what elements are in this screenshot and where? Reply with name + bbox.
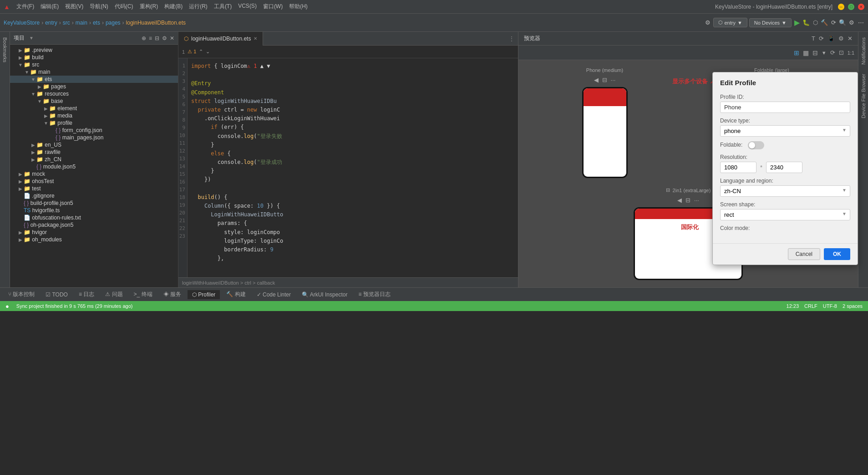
device-more-icon[interactable]: ··· [611, 77, 616, 83]
preview-toolbar-icon1[interactable]: T [812, 35, 815, 42]
tree-item-base[interactable]: ▼ 📁 base [10, 97, 178, 105]
tree-item-media[interactable]: ▶ 📁 media [10, 112, 178, 119]
sidebar-collapse2-icon[interactable]: ⊟ [155, 35, 159, 41]
tree-item-pages[interactable]: ▶ 📁 pages [10, 83, 178, 90]
build-tab[interactable]: 🔨 构建 [222, 289, 250, 300]
menu-build[interactable]: 构建(B) [162, 2, 185, 11]
tree-item-build[interactable]: ▶ 📁 build [10, 54, 178, 61]
breadcrumb-main[interactable]: main [76, 20, 87, 26]
preview-settings-icon[interactable]: ⚙ [838, 35, 844, 42]
toolbar-settings-icon[interactable]: ⚙ [848, 19, 855, 26]
menu-file[interactable]: 文件(F) [14, 2, 37, 11]
menu-tools[interactable]: 工具(T) [211, 2, 234, 11]
tree-item-mock[interactable]: ▶ 📁 mock [10, 170, 178, 178]
device-prev-icon[interactable]: ◀ [677, 197, 682, 204]
menu-nav[interactable]: 导航(N) [87, 2, 111, 11]
tree-item-preview[interactable]: ▶ 📁 .preview [10, 46, 178, 54]
tree-item-profile[interactable]: ▼ 📁 profile [10, 119, 178, 127]
tree-item-hvigorfile[interactable]: TS hvigorfile.ts [10, 207, 178, 214]
minimize-button[interactable]: ─ [838, 4, 844, 10]
fold-down-icon[interactable]: ⌄ [206, 49, 210, 55]
profile-icon[interactable]: ⬡ [812, 19, 819, 26]
tree-item-main-pages[interactable]: { } main_pages.json [10, 134, 178, 141]
build-icon[interactable]: 🔨 [821, 19, 828, 26]
tree-item-oh-package[interactable]: { } oh-package.json5 [10, 221, 178, 229]
screen-shape-select[interactable]: rect circle [720, 209, 850, 220]
tree-item-zh-cn[interactable]: ▶ 📁 zh_CN [10, 156, 178, 163]
tree-item-src[interactable]: ▼ 📁 src [10, 61, 178, 68]
profiler-tab[interactable]: ⬡ Profiler [188, 290, 220, 299]
cancel-button[interactable]: Cancel [788, 248, 820, 260]
services-tab[interactable]: ◈ 服务 [159, 289, 186, 300]
preview-grid-icon1[interactable]: ⊞ [794, 49, 799, 56]
code-text[interactable]: import { loginCom⚠ 1 ▲ ▼ @Entry @Compone… [188, 58, 518, 277]
device-file-browser-tab[interactable]: Device File Browser [859, 70, 868, 122]
editor-tab-active[interactable]: ⬡ loginHuaweiIDButton.ets ✕ [178, 32, 263, 46]
device-type-select[interactable]: phone tablet 2in1 wearable [720, 125, 850, 137]
tree-item-build-profile[interactable]: { } build-profile.json5 [10, 199, 178, 207]
tree-item-hvigor[interactable]: ▶ 📁 hvigor [10, 229, 178, 236]
sidebar-collapse-icon[interactable]: ≡ [149, 35, 152, 41]
foldable-toggle[interactable] [748, 141, 764, 149]
menu-code[interactable]: 代码(C) [112, 2, 136, 11]
breadcrumb-src[interactable]: src [63, 20, 70, 26]
preview-fit-icon[interactable]: ⊡ [839, 49, 844, 56]
todo-tab[interactable]: ☑ TODO [41, 290, 72, 299]
menu-run[interactable]: 运行(R) [186, 2, 210, 11]
resolution-width-input[interactable] [720, 162, 756, 173]
log-tab[interactable]: ≡ 日志 [74, 289, 99, 300]
breadcrumb-entry[interactable]: entry [45, 20, 57, 26]
sidebar-close-icon[interactable]: ✕ [170, 35, 174, 41]
bookmarks-tab[interactable]: Bookmarks [1, 34, 9, 66]
preview-grid-icon2[interactable]: ▦ [803, 49, 809, 56]
preview-refresh-icon[interactable]: ⟳ [819, 35, 824, 42]
version-control-tab[interactable]: ⑂ 版本控制 [4, 289, 39, 300]
sidebar-settings-icon[interactable]: ⚙ [162, 35, 167, 41]
tree-item-oh-modules[interactable]: ▶ 📁 oh_modules [10, 236, 178, 243]
profile-id-input[interactable] [720, 102, 850, 113]
tree-item-gitignore[interactable]: 📄 .gitignore [10, 192, 178, 199]
problems-tab[interactable]: ⚠ 问题 [101, 289, 127, 300]
tab-more-icon[interactable]: ⋮ [509, 36, 514, 42]
tree-item-resources[interactable]: ▼ 📁 resources [10, 90, 178, 97]
tree-item-en-us[interactable]: ▶ 📁 en_US [10, 141, 178, 148]
menu-edit[interactable]: 编辑(E) [38, 2, 61, 11]
device-prev-icon[interactable]: ◀ [594, 77, 599, 83]
code-linter-tab[interactable]: ✓ Code Linter [252, 290, 295, 299]
menu-help[interactable]: 帮助(H) [286, 2, 310, 11]
run-button[interactable]: ▶ [794, 18, 800, 27]
tree-item-main[interactable]: ▼ 📁 main [10, 68, 178, 76]
sidebar-scope-icon[interactable]: ⊕ [142, 35, 146, 41]
breadcrumb-pages[interactable]: pages [106, 20, 121, 26]
resolution-height-input[interactable] [766, 162, 802, 173]
preview-device-icon[interactable]: 📱 [827, 35, 835, 42]
tree-item-element[interactable]: ▶ 📁 element [10, 105, 178, 112]
sidebar-dropdown-icon[interactable]: ▼ [29, 36, 34, 41]
notifications-tab[interactable]: Notifications [859, 34, 868, 68]
tree-item-obfuscation[interactable]: 📄 obfuscation-rules.txt [10, 214, 178, 221]
preview-dropdown-icon[interactable]: ▼ [822, 50, 827, 56]
ok-button[interactable]: OK [824, 248, 850, 260]
preview-multi-icon[interactable]: ⊟ [812, 49, 818, 56]
tree-item-form-config[interactable]: { } form_config.json [10, 127, 178, 134]
terminal-tab[interactable]: >_ 终端 [129, 289, 157, 300]
menu-window[interactable]: 窗口(W) [260, 2, 285, 11]
tree-item-module-json5[interactable]: { } module.json5 [10, 163, 178, 170]
breadcrumb-ets[interactable]: ets [93, 20, 100, 26]
device-rotate-icon[interactable]: ⊟ [602, 77, 607, 83]
preview-log-tab[interactable]: ≡ 预览器日志 [354, 289, 395, 300]
preview-close-icon[interactable]: ✕ [848, 35, 853, 42]
settings-icon[interactable]: ⚙ [704, 19, 711, 26]
toolbar-more-icon[interactable]: ⋯ [857, 19, 864, 26]
maximize-button[interactable]: □ [848, 4, 854, 10]
close-button[interactable]: ✕ [858, 4, 864, 10]
device-rotate-icon[interactable]: ⊟ [685, 197, 690, 204]
device-more-icon[interactable]: ··· [694, 197, 699, 204]
arkui-inspector-tab[interactable]: 🔍 ArkUI Inspector [297, 290, 352, 299]
language-select[interactable]: zh-CN en-US fr-FR [720, 185, 850, 197]
search-icon[interactable]: 🔍 [839, 19, 846, 26]
breadcrumb-file[interactable]: loginHuaweiIDButton.ets [126, 20, 186, 26]
menu-view[interactable]: 视图(V) [62, 2, 86, 11]
entry-selector[interactable]: ⬡ entry ▼ [713, 18, 747, 27]
tree-item-test[interactable]: ▶ 📁 test [10, 185, 178, 192]
